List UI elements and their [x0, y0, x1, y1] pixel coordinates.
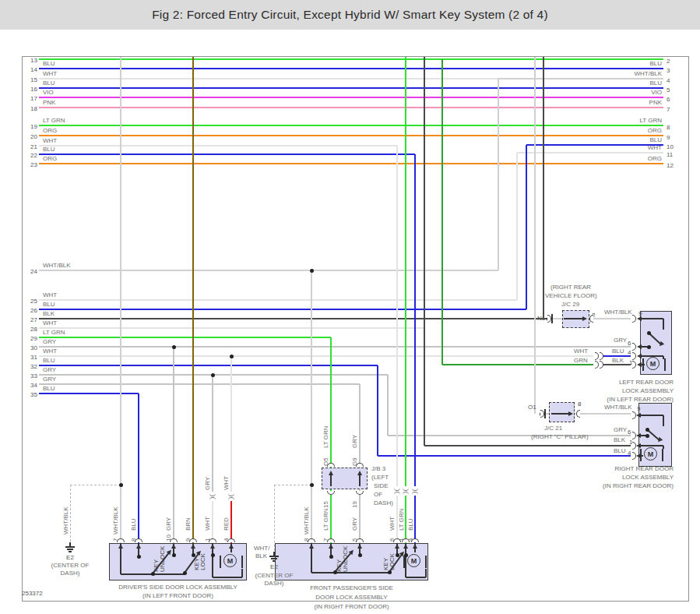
pin-arrow: [357, 471, 362, 475]
wire-segment: [544, 409, 546, 418]
wire-segment: [359, 384, 361, 468]
pin-arrow: [568, 411, 573, 416]
edge-pin-number: 8: [667, 124, 670, 131]
wire-segment: [387, 375, 389, 436]
rotated-wire-label: RED: [223, 517, 230, 531]
diagram-label: O1: [528, 404, 536, 411]
junction-dot: [645, 428, 649, 432]
inline-connector-break: [393, 486, 401, 496]
rotated-wire-label: WHT/BLK: [63, 506, 69, 535]
wire-segment: [424, 57, 425, 446]
edge-pin-number: 18: [23, 105, 37, 112]
connector-arc: [170, 538, 178, 542]
wire-segment: [212, 555, 213, 577]
wire-segment: [424, 445, 631, 446]
wire-color-label: LT GRN: [43, 117, 65, 124]
diagram-label: DASH): [45, 570, 95, 577]
wire-color-label: BLU: [43, 357, 55, 364]
diagram-label: GRY: [614, 337, 627, 344]
rotated-wire-label: UNLOCK: [160, 546, 166, 572]
edge-pin-number: 24: [23, 268, 37, 275]
pin-arrow: [171, 544, 176, 549]
wire-color-label: BLU: [609, 79, 662, 86]
wire-segment: [39, 365, 378, 366]
edge-pin-number: 3: [667, 67, 670, 74]
edge-pin-number: 21: [23, 143, 37, 150]
pin-arrow: [582, 316, 587, 321]
diagram-label: SIDE: [374, 482, 389, 489]
pin-arrow: [357, 544, 362, 549]
edge-pin-number: 28: [23, 326, 37, 333]
edge-pin-number: 35: [23, 391, 37, 398]
diagram-label: DASH): [374, 499, 393, 506]
wire-segment: [638, 415, 663, 416]
edge-pin-number: 9: [667, 134, 670, 141]
wire-segment: [120, 57, 121, 543]
wire-color-label: VIO: [43, 89, 54, 96]
diagram-label: J/C 29: [561, 301, 579, 308]
wire-segment: [526, 145, 527, 309]
wire-segment: [551, 413, 568, 415]
diagram-label: WHT/BLK: [604, 309, 632, 316]
junction-dot: [230, 355, 234, 358]
edge-pin-number: 31: [23, 354, 37, 361]
wire-color-label: LT GRN: [43, 329, 65, 336]
wire-segment: [39, 163, 663, 164]
diagram-label: BLK: [614, 436, 625, 443]
wire-segment: [230, 499, 232, 543]
rotated-wire-label: BRN: [185, 517, 192, 531]
pin-arrow: [636, 413, 641, 418]
wire-segment: [414, 154, 416, 543]
diagram-label: (IN RIGHT REAR DOOR): [580, 482, 674, 489]
wire-color-label: WHT: [43, 291, 57, 298]
edge-pin-number: 11: [667, 151, 673, 158]
edge-pin-number: 10: [667, 143, 674, 150]
rotated-wire-label: WHT/BLK: [304, 506, 310, 535]
rotated-wire-label: 15: [323, 501, 329, 508]
diagram-label: OF: [374, 491, 382, 498]
pin-arrow: [637, 362, 642, 367]
junction-dot: [645, 434, 649, 438]
diagram-label: DOOR LOCK ASSEMBLY: [275, 594, 428, 601]
wiring-diagram-page: Fig 2: Forced Entry Circuit, Except Hybr…: [0, 0, 700, 614]
pin-arrow: [210, 544, 215, 549]
pin-arrow: [191, 544, 195, 549]
diagram-label: 9: [637, 405, 640, 412]
junction-dot: [310, 269, 314, 273]
diagram-label: (RIGHT REAR: [551, 284, 591, 291]
connector-arc: [227, 538, 235, 542]
junction-dot: [172, 553, 176, 557]
rotated-wire-label: LT GRN: [323, 425, 329, 448]
wire-color-label: WHT: [43, 137, 57, 144]
wire-segment: [663, 319, 664, 330]
diagram-label: J/C 21: [544, 425, 562, 432]
wire-color-label: LT GRN: [609, 117, 662, 124]
wire-color-label: WHT: [43, 70, 57, 77]
diagram-label: LEFT REAR DOOR: [580, 379, 674, 386]
wire-segment: [39, 327, 424, 329]
wire-color-label: WHT: [43, 348, 57, 355]
connector-arc: [356, 463, 364, 467]
connector-arc: [117, 538, 125, 542]
rotated-wire-label: WHT: [223, 476, 230, 490]
junction-dot: [211, 553, 215, 557]
edge-pin-number: 20: [23, 133, 37, 140]
junction-dot: [192, 553, 195, 557]
edge-pin-number: 14: [23, 66, 37, 73]
wire-segment: [39, 318, 548, 319]
edge-pin-number: 13: [23, 57, 37, 64]
wire-segment: [330, 489, 332, 543]
diagram-reference-number: 253372: [22, 590, 43, 597]
edge-pin-number: 5: [667, 86, 670, 94]
pin-arrow: [636, 443, 641, 448]
wire-segment: [39, 337, 331, 338]
pin-arrow: [395, 544, 399, 549]
connector-arc: [308, 538, 315, 542]
diagram-label: 6: [628, 429, 631, 436]
wire-segment: [39, 97, 663, 98]
wire-segment: [517, 152, 663, 154]
diagram-label: RIGHT REAR DOOR: [580, 465, 674, 472]
diagram-label: E2: [55, 554, 86, 561]
ground-wire-dashed: [274, 485, 275, 555]
diagram-label: J/B 3: [371, 465, 385, 472]
